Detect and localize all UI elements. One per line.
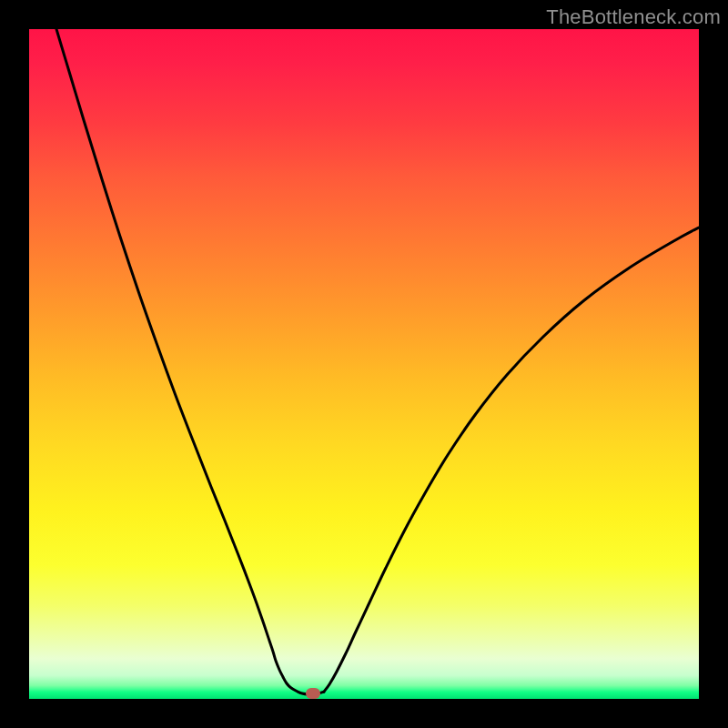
min-point-marker [306, 688, 320, 699]
chart-frame: TheBottleneck.com [0, 0, 728, 728]
watermark-text: TheBottleneck.com [546, 5, 721, 29]
bottleneck-curve [56, 29, 699, 694]
plot-area [29, 29, 699, 699]
curve-svg [29, 29, 699, 699]
